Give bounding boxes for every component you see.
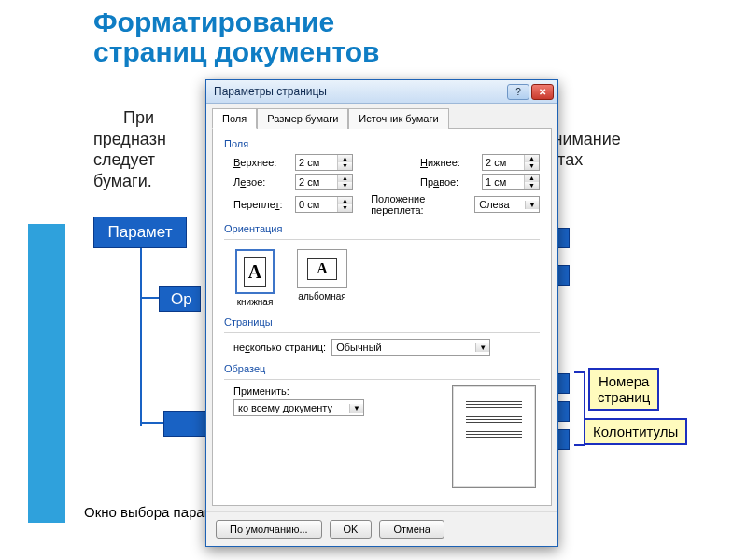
connector <box>140 297 159 299</box>
group-sample-title: Образец <box>224 363 540 374</box>
side-strip <box>28 224 65 523</box>
titlebar[interactable]: Параметры страницы ? ✕ <box>206 80 557 104</box>
label-top: Верхнее: <box>233 157 289 168</box>
title-line1: Форматирование <box>93 7 334 37</box>
cancel-button[interactable]: Отмена <box>379 520 444 539</box>
multiple-pages-combo[interactable]: Обычный ▼ <box>331 339 490 356</box>
orientation-portrait[interactable]: А книжная <box>235 249 275 307</box>
callout-headers: Колонтитулы <box>584 418 687 445</box>
chevron-down-icon: ▼ <box>525 201 539 209</box>
tab-panel-fields: Поля Верхнее: ▲▼ Нижнее: ▲▼ Лев <box>212 128 552 506</box>
margin-bottom-input[interactable] <box>483 155 524 170</box>
close-button[interactable]: ✕ <box>531 84 554 100</box>
margin-left-input[interactable] <box>296 175 337 189</box>
connector <box>140 248 142 426</box>
label-apply-to: Применить: <box>233 385 444 397</box>
tabstrip: Поля Размер бумаги Источник бумаги <box>206 104 557 128</box>
page-setup-dialog: Параметры страницы ? ✕ Поля Размер бумаг… <box>205 79 558 547</box>
spin-buttons[interactable]: ▲▼ <box>337 155 352 170</box>
gutter-spinner[interactable]: ▲▼ <box>295 196 353 213</box>
tab-paper-size[interactable]: Размер бумаги <box>257 108 348 129</box>
slide-title: Форматирование страниц документов <box>93 7 379 66</box>
label-gutter: Переплет: <box>233 199 289 210</box>
tab-fields[interactable]: Поля <box>212 108 257 129</box>
apply-to-combo[interactable]: ко всему документу ▼ <box>233 399 364 416</box>
gutter-input[interactable] <box>296 197 337 212</box>
connector <box>140 422 163 424</box>
page-preview <box>452 385 536 488</box>
gutter-position-combo[interactable]: Слева ▼ <box>474 196 540 213</box>
group-pages-title: Страницы <box>224 316 540 328</box>
label-multiple-pages: несколько страниц: <box>233 342 326 353</box>
margin-bottom-spinner[interactable]: ▲▼ <box>482 154 540 171</box>
chevron-down-icon: ▼ <box>349 404 363 413</box>
margin-left-spinner[interactable]: ▲▼ <box>295 174 353 190</box>
margin-top-spinner[interactable]: ▲▼ <box>295 154 353 171</box>
label-left: Левое: <box>233 176 289 188</box>
orientation-landscape-icon: А <box>297 249 347 288</box>
dialog-title: Параметры страницы <box>214 85 505 98</box>
margin-right-input[interactable] <box>483 175 524 189</box>
chevron-down-icon: ▼ <box>475 343 489 352</box>
group-margins-title: Поля <box>224 138 540 149</box>
label-bottom: Нижнее: <box>420 157 476 168</box>
orientation-portrait-icon: А <box>235 249 275 294</box>
apply-to-value: ко всему документу <box>234 402 349 413</box>
group-orientation-title: Ориентация <box>224 223 540 234</box>
multiple-pages-value: Обычный <box>332 342 475 353</box>
blue-box-or: Ор <box>159 286 201 312</box>
orientation-landscape[interactable]: А альбомная <box>297 249 347 307</box>
tab-paper-source[interactable]: Источник бумаги <box>348 108 448 129</box>
callout-page-numbers: Номера страниц <box>588 368 659 411</box>
label-gutter-pos: Положение переплета: <box>371 193 469 216</box>
margin-right-spinner[interactable]: ▲▼ <box>482 174 540 190</box>
margin-top-input[interactable] <box>296 155 337 170</box>
title-line2: страниц документов <box>93 36 379 67</box>
default-button[interactable]: По умолчанию... <box>216 520 322 539</box>
help-icon: ? <box>515 87 521 97</box>
label-right: Правое: <box>420 176 476 188</box>
gutter-position-value: Слева <box>475 199 525 210</box>
help-button[interactable]: ? <box>507 84 529 100</box>
ok-button[interactable]: OK <box>330 520 373 539</box>
blue-box-param: Парамет <box>93 217 187 248</box>
dialog-button-bar: По умолчанию... OK Отмена <box>206 511 557 546</box>
close-icon: ✕ <box>539 87 546 97</box>
